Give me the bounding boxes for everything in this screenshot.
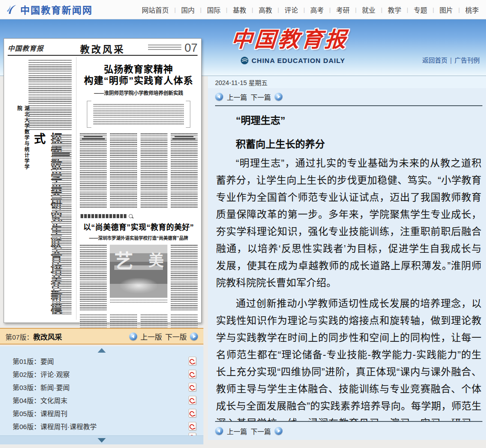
nav-item-teaching[interactable]: 教学 xyxy=(388,5,401,14)
newspaper-logo-en: CHINA EDUCATION DAILY xyxy=(240,56,345,65)
newspaper-page-preview[interactable]: 中国教育报 教改风采 07 湖北大学数学与统计学学院 探索数学类研究生联合培养新… xyxy=(4,38,202,323)
nav-separator: | xyxy=(432,6,434,13)
newspaper-main-zone: 弘扬教育家精神 构建“明师”实践育人体系 ——淮阴师范学院小学教师培养创新实践 … xyxy=(76,57,198,320)
nav-item-pictures[interactable]: 图片 xyxy=(440,5,453,14)
edition-label: 第05版：课程周刊 xyxy=(13,408,68,418)
article-paragraph: “明理生志”，通过扎实的专业基础为未来的从教之道积蓄养分，让学生向上生长的步伐更… xyxy=(216,155,482,291)
edition-item[interactable]: 第03版：新闻·要闻 xyxy=(0,381,203,394)
article-body: “明理生志” 积蓄向上生长的养分 “明理生志”，通过扎实的专业基础为未来的从教之… xyxy=(216,107,482,421)
newspaper-headline-line1: 弘扬教育家精神 xyxy=(80,63,198,75)
top-nav-links: 网站首页| 国内| 国际| 基教| 高教| 评论| 高考| 考研| 就业| 教学… xyxy=(142,5,479,14)
article-heading-1: “明理生志” xyxy=(216,114,482,127)
down-arrow-icon xyxy=(98,438,106,443)
pdf-icon[interactable] xyxy=(189,396,196,404)
nav-item-comment[interactable]: 评论 xyxy=(284,5,298,14)
header-links: 返回首页|广告刊例 xyxy=(422,55,480,64)
nav-item-kaoyan[interactable]: 考研 xyxy=(336,5,350,14)
article-nav-bottom: 上一篇 下一篇 xyxy=(208,422,486,440)
newspaper-photo-block: 艺 美 xyxy=(110,245,167,310)
nav-item-special[interactable]: 专题 xyxy=(414,5,427,14)
newspaper-text-column xyxy=(28,60,72,131)
series-tag-text xyxy=(81,214,127,218)
prev-article-icon[interactable] xyxy=(215,93,223,101)
up-arrow-icon xyxy=(98,348,106,353)
nav-separator: | xyxy=(459,6,460,13)
newspaper-text-column xyxy=(171,245,198,310)
edition-label: 第01版：要闻 xyxy=(13,356,54,366)
pdf-icon[interactable] xyxy=(189,409,196,417)
article-heading-2: 积蓄向上生长的养分 xyxy=(216,138,482,151)
nav-item-domestic[interactable]: 国内 xyxy=(181,5,195,14)
prev-page-button[interactable]: 上一版 xyxy=(140,331,162,342)
edition-item[interactable]: 第05版：课程周刊 xyxy=(0,407,203,420)
editions-scroll-up[interactable] xyxy=(0,346,203,354)
pdf-icon[interactable] xyxy=(189,370,196,378)
pdf-icon[interactable] xyxy=(189,357,196,365)
newspaper-text-column xyxy=(80,133,107,209)
newspaper-headline-subtitle: ——淮阴师范学院小学教师培养创新实践 xyxy=(80,89,198,96)
pdf-icon[interactable] xyxy=(189,383,196,391)
ced-logo-icon xyxy=(240,56,249,65)
newspaper-text-column xyxy=(171,133,198,209)
prev-article-button[interactable]: 上一篇 xyxy=(227,426,247,436)
nav-separator: | xyxy=(174,6,176,13)
link-separator: | xyxy=(450,57,452,64)
article-nav-bottom-wrap: 上一篇 下一篇 xyxy=(208,421,486,440)
newspaper-article2: 艺 美 xyxy=(80,245,198,310)
edition-item[interactable]: 第01版：要闻 xyxy=(0,354,203,367)
current-page-bar: 第07版：教改风采 上一版 下一版 xyxy=(0,328,203,345)
date-bar: 2024-11-15 星期五 xyxy=(208,76,486,88)
nav-item-higher-edu[interactable]: 高教 xyxy=(259,5,272,14)
editions-scroll-down[interactable] xyxy=(0,435,203,444)
date-text: 2024-11-15 星期五 xyxy=(215,78,267,87)
newspaper-photo: 艺 美 xyxy=(110,245,167,298)
newspaper-header: 中国教育报 教改风采 07 xyxy=(8,41,198,56)
prev-article-icon[interactable] xyxy=(215,427,223,435)
next-article-button[interactable]: 下一篇 xyxy=(251,92,271,102)
ad-rates-link[interactable]: 广告刊例 xyxy=(454,57,480,64)
newspaper-headline-line2: 构建“明师”实践育人体系 xyxy=(80,75,198,86)
nav-separator: | xyxy=(226,6,227,13)
newspaper-headline2-subtitle: ——深圳市罗湖外语实验学校打造“尚美德育”品牌 xyxy=(80,234,198,241)
newspaper-headline2: 以“尚美德育”实现“教育的美好” xyxy=(80,221,198,232)
site-logo[interactable]: 中国教育新闻网 xyxy=(5,3,93,16)
photo-caption xyxy=(110,300,167,304)
current-page-label: 第07版：教改风采 xyxy=(5,331,62,342)
prev-page-icon[interactable] xyxy=(129,332,137,340)
newspaper-columns xyxy=(80,133,198,209)
next-page-icon[interactable] xyxy=(190,332,198,340)
divider xyxy=(215,105,482,106)
newspaper-text-column xyxy=(80,245,107,310)
next-page-button[interactable]: 下一版 xyxy=(165,331,187,342)
edition-item[interactable]: 第06版：课程周刊·课程教学 xyxy=(0,420,203,433)
next-article-icon[interactable] xyxy=(274,93,283,101)
newspaper-logo: 中国教育报 xyxy=(230,22,350,53)
article-paragraph: 通过创新推动小学教师适切性成长发展的培养理念，以实践性知识作为理论与实践的熔接点… xyxy=(216,295,482,421)
newspaper-text-column xyxy=(52,134,72,314)
article-nav-top: 上一篇 下一篇 xyxy=(208,88,486,105)
nav-item-home[interactable]: 网站首页 xyxy=(142,5,169,14)
nav-item-jobs[interactable]: 就业 xyxy=(362,5,375,14)
edition-item[interactable]: 第04版：文化周末 xyxy=(0,394,203,407)
edition-label: 第03版：新闻·要闻 xyxy=(13,382,70,392)
nav-item-international[interactable]: 国际 xyxy=(207,5,220,14)
pdf-icon[interactable] xyxy=(189,422,196,430)
next-article-button[interactable]: 下一篇 xyxy=(251,426,271,436)
newspaper-series-tag xyxy=(81,214,198,218)
page-prev-next: 上一版 下一版 xyxy=(129,331,198,342)
nav-separator: | xyxy=(278,6,279,13)
nav-separator: | xyxy=(407,6,408,13)
nav-separator: | xyxy=(200,6,202,13)
edition-item[interactable]: 第02版：评论·观察 xyxy=(0,367,203,381)
nav-item-gaokao[interactable]: 高考 xyxy=(310,5,324,14)
newspaper-meta-lines xyxy=(148,45,181,50)
nav-item-basic-edu[interactable]: 基教 xyxy=(233,5,246,14)
newspaper-vertical-org: 湖北大学数学与统计学学院 xyxy=(16,106,30,173)
next-article-icon[interactable] xyxy=(274,427,283,435)
newspaper-page-number: 07 xyxy=(184,41,198,55)
newspaper-body: 湖北大学数学与统计学学院 探索数学类研究生联合培养新模式 弘扬教育家精神 构建“… xyxy=(8,57,198,320)
nav-item-taoli[interactable]: 桃李 xyxy=(465,5,479,14)
site-logo-icon xyxy=(5,4,17,15)
back-home-link[interactable]: 返回首页 xyxy=(422,57,447,64)
prev-article-button[interactable]: 上一篇 xyxy=(227,92,247,102)
